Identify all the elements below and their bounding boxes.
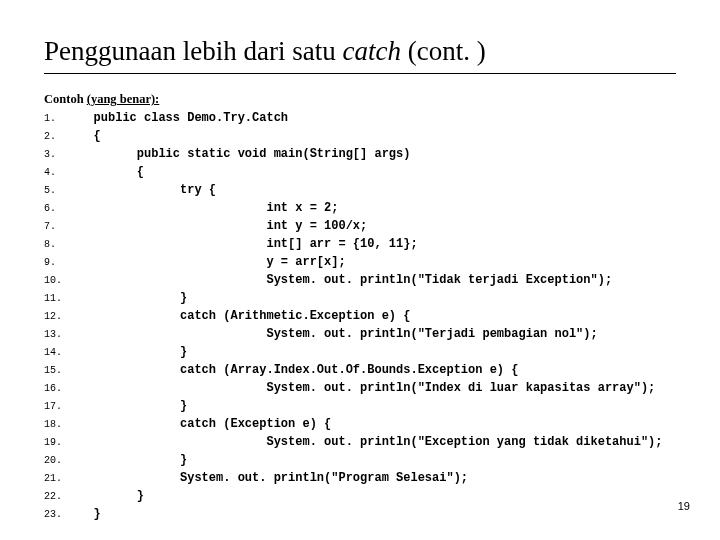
- code-line: 23. }: [44, 505, 676, 523]
- line-number: 9.: [44, 253, 72, 271]
- line-number: 23.: [44, 505, 72, 523]
- code-text: {: [72, 163, 144, 181]
- code-line: 3. public static void main(String[] args…: [44, 145, 676, 163]
- line-number: 13.: [44, 325, 72, 343]
- code-line: 11. }: [44, 289, 676, 307]
- line-number: 18.: [44, 415, 72, 433]
- code-line: 20. }: [44, 451, 676, 469]
- line-number: 3.: [44, 145, 72, 163]
- code-line: 14. }: [44, 343, 676, 361]
- code-text: catch (Array.Index.Out.Of.Bounds.Excepti…: [72, 361, 518, 379]
- line-number: 5.: [44, 181, 72, 199]
- code-line: 15. catch (Array.Index.Out.Of.Bounds.Exc…: [44, 361, 676, 379]
- code-line: 21. System. out. println("Program Selesa…: [44, 469, 676, 487]
- code-text: System. out. println("Terjadi pembagian …: [72, 325, 598, 343]
- slide-body: Penggunaan lebih dari satu catch (cont. …: [0, 0, 720, 540]
- code-text: int x = 2;: [72, 199, 338, 217]
- code-text: public static void main(String[] args): [72, 145, 410, 163]
- line-number: 15.: [44, 361, 72, 379]
- code-line: 2. {: [44, 127, 676, 145]
- code-line: 10. System. out. println("Tidak terjadi …: [44, 271, 676, 289]
- code-text: }: [72, 397, 187, 415]
- line-number: 6.: [44, 199, 72, 217]
- title-main: Penggunaan lebih dari satu: [44, 36, 342, 66]
- line-number: 19.: [44, 433, 72, 451]
- page-number: 19: [678, 500, 690, 512]
- slide-title: Penggunaan lebih dari satu catch (cont. …: [44, 36, 676, 74]
- code-text: try {: [72, 181, 216, 199]
- code-text: {: [72, 127, 101, 145]
- code-text: }: [72, 487, 144, 505]
- code-text: }: [72, 505, 101, 523]
- line-number: 7.: [44, 217, 72, 235]
- line-number: 8.: [44, 235, 72, 253]
- code-line: 1. public class Demo.Try.Catch: [44, 109, 676, 127]
- line-number: 21.: [44, 469, 72, 487]
- code-line: 12. catch (Arithmetic.Exception e) {: [44, 307, 676, 325]
- subhead-underlined: (yang benar):: [87, 92, 160, 106]
- line-number: 1.: [44, 109, 72, 127]
- code-text: int[] arr = {10, 11};: [72, 235, 418, 253]
- code-line: 9. y = arr[x];: [44, 253, 676, 271]
- line-number: 11.: [44, 289, 72, 307]
- code-text: System. out. println("Program Selesai");: [72, 469, 468, 487]
- code-text: catch (Arithmetic.Exception e) {: [72, 307, 410, 325]
- code-line: 19. System. out. println("Exception yang…: [44, 433, 676, 451]
- code-text: }: [72, 451, 187, 469]
- code-line: 6. int x = 2;: [44, 199, 676, 217]
- code-line: 18. catch (Exception e) {: [44, 415, 676, 433]
- line-number: 2.: [44, 127, 72, 145]
- code-text: System. out. println("Exception yang tid…: [72, 433, 663, 451]
- line-number: 4.: [44, 163, 72, 181]
- code-line: 5. try {: [44, 181, 676, 199]
- subhead-prefix: Contoh: [44, 92, 87, 106]
- code-line: 13. System. out. println("Terjadi pembag…: [44, 325, 676, 343]
- title-tail: (cont. ): [401, 36, 486, 66]
- code-text: y = arr[x];: [72, 253, 346, 271]
- code-text: catch (Exception e) {: [72, 415, 331, 433]
- code-text: public class Demo.Try.Catch: [72, 109, 288, 127]
- code-block: 1. public class Demo.Try.Catch2. {3. pub…: [44, 109, 676, 523]
- code-line: 7. int y = 100/x;: [44, 217, 676, 235]
- subheading: Contoh (yang benar):: [44, 92, 676, 107]
- code-text: }: [72, 343, 187, 361]
- line-number: 20.: [44, 451, 72, 469]
- line-number: 14.: [44, 343, 72, 361]
- code-line: 16. System. out. println("Index di luar …: [44, 379, 676, 397]
- code-text: System. out. println("Index di luar kapa…: [72, 379, 655, 397]
- line-number: 17.: [44, 397, 72, 415]
- code-text: }: [72, 289, 187, 307]
- code-text: System. out. println("Tidak terjadi Exce…: [72, 271, 612, 289]
- code-text: int y = 100/x;: [72, 217, 367, 235]
- line-number: 22.: [44, 487, 72, 505]
- code-line: 4. {: [44, 163, 676, 181]
- line-number: 12.: [44, 307, 72, 325]
- line-number: 16.: [44, 379, 72, 397]
- code-line: 8. int[] arr = {10, 11};: [44, 235, 676, 253]
- line-number: 10.: [44, 271, 72, 289]
- title-italic: catch: [342, 36, 400, 66]
- code-line: 17. }: [44, 397, 676, 415]
- code-line: 22. }: [44, 487, 676, 505]
